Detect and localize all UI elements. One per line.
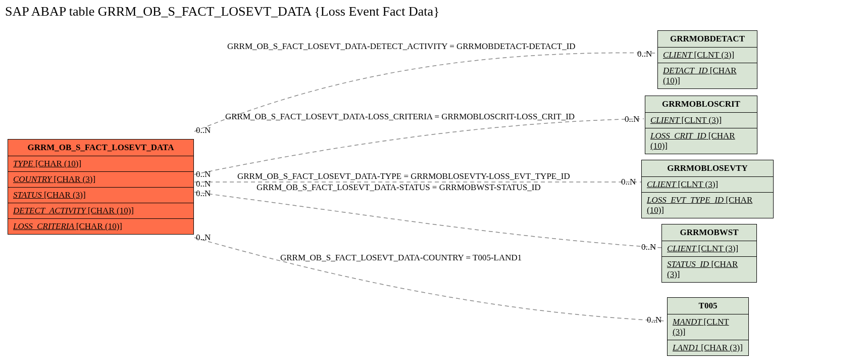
- ref-entity-header: GRRMOBLOSEVTY: [642, 160, 773, 177]
- ref-entity-row: LOSS_EVT_TYPE_ID [CHAR (10)]: [642, 193, 773, 218]
- ref-entity-header: GRRMOBLOSCRIT: [645, 96, 757, 113]
- card-right-3: 0..N: [621, 177, 636, 187]
- ref-entity-grrmobdetact: GRRMOBDETACT CLIENT [CLNT (3)] DETACT_ID…: [657, 30, 757, 89]
- card-right-4: 0..N: [641, 242, 656, 252]
- main-entity: GRRM_OB_S_FACT_LOSEVT_DATA TYPE [CHAR (1…: [8, 139, 194, 235]
- card-right-1: 0..N: [637, 49, 652, 59]
- relation-label-1: GRRM_OB_S_FACT_LOSEVT_DATA-DETECT_ACTIVI…: [227, 41, 576, 52]
- ref-entity-row: STATUS_ID [CHAR (3)]: [662, 257, 756, 282]
- main-entity-header: GRRM_OB_S_FACT_LOSEVT_DATA: [8, 140, 193, 156]
- relation-label-5: GRRM_OB_S_FACT_LOSEVT_DATA-COUNTRY = T00…: [280, 253, 522, 263]
- ref-entity-row: CLIENT [CLNT (3)]: [662, 241, 756, 257]
- ref-entity-grrmoblosevty: GRRMOBLOSEVTY CLIENT [CLNT (3)] LOSS_EVT…: [641, 160, 774, 218]
- relation-label-3: GRRM_OB_S_FACT_LOSEVT_DATA-TYPE = GRRMOB…: [237, 171, 570, 181]
- card-right-5: 0..N: [647, 315, 661, 325]
- ref-entity-grrmobwst: GRRMOBWST CLIENT [CLNT (3)] STATUS_ID [C…: [661, 224, 757, 283]
- relation-label-2: GRRM_OB_S_FACT_LOSEVT_DATA-LOSS_CRITERIA…: [225, 112, 575, 122]
- ref-entity-row: CLIENT [CLNT (3)]: [645, 113, 757, 128]
- main-entity-row: COUNTRY [CHAR (3)]: [8, 172, 193, 188]
- ref-entity-row: LOSS_CRIT_ID [CHAR (10)]: [645, 128, 757, 154]
- card-right-2: 0..N: [625, 114, 639, 124]
- main-entity-row: DETECT_ACTIVITY [CHAR (10)]: [8, 203, 193, 219]
- main-entity-row: LOSS_CRITERIA [CHAR (10)]: [8, 219, 193, 234]
- ref-entity-grrmobloscrit: GRRMOBLOSCRIT CLIENT [CLNT (3)] LOSS_CRI…: [645, 96, 757, 154]
- ref-entity-row: CLIENT [CLNT (3)]: [642, 177, 773, 193]
- card-left-4: 0..N: [196, 189, 211, 199]
- main-entity-row: TYPE [CHAR (10)]: [8, 156, 193, 172]
- ref-entity-row: DETACT_ID [CHAR (10)]: [658, 63, 757, 88]
- relation-label-4: GRRM_OB_S_FACT_LOSEVT_DATA-STATUS = GRRM…: [257, 183, 541, 193]
- card-left-5: 0..N: [196, 233, 211, 243]
- ref-entity-row: LAND1 [CHAR (3)]: [668, 340, 748, 355]
- main-entity-row: STATUS [CHAR (3)]: [8, 188, 193, 203]
- ref-entity-row: CLIENT [CLNT (3)]: [658, 48, 757, 63]
- card-left-3: 0..N: [196, 179, 211, 189]
- ref-entity-row: MANDT [CLNT (3)]: [668, 314, 748, 340]
- ref-entity-header: GRRMOBWST: [662, 224, 756, 241]
- ref-entity-header: GRRMOBDETACT: [658, 31, 757, 48]
- card-left-2: 0..N: [196, 169, 211, 179]
- page-title: SAP ABAP table GRRM_OB_S_FACT_LOSEVT_DAT…: [5, 4, 439, 19]
- ref-entity-header: T005: [668, 298, 748, 314]
- card-left-1: 0..N: [196, 125, 211, 135]
- ref-entity-t005: T005 MANDT [CLNT (3)] LAND1 [CHAR (3)]: [667, 297, 749, 356]
